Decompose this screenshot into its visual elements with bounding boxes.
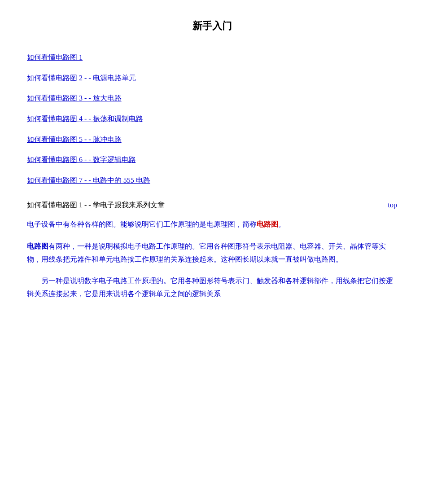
highlight-text: 电路图 — [257, 220, 278, 228]
nav-link-7[interactable]: 如何看懂电路图 7 - - 电路中的 555 电路 — [27, 176, 150, 184]
paragraph-3: 另一种是说明数字电子电路工作原理的。它用各种图形符号表示门、触发器和各种逻辑部件… — [27, 275, 397, 301]
page-title: 新手入门 — [27, 18, 397, 34]
nav-link-3[interactable]: 如何看懂电路图 3 - - 放大电路 — [27, 94, 122, 102]
list-item: 如何看懂电路图 3 - - 放大电路 — [27, 92, 397, 104]
nav-list: 如何看懂电路图 1 如何看懂电路图 2 - - 电源电路单元 如何看懂电路图 3… — [27, 52, 397, 186]
paragraph-2-rest: 有两种，一种是说明模拟电子电路工作原理的。它用各种图形符号表示电阻器、电容器、开… — [27, 242, 386, 263]
list-item: 如何看懂电路图 5 - - 脉冲电路 — [27, 134, 397, 145]
nav-link-5[interactable]: 如何看懂电路图 5 - - 脉冲电路 — [27, 136, 122, 143]
nav-link-1[interactable]: 如何看懂电路图 1 — [27, 53, 83, 61]
nav-link-4[interactable]: 如何看懂电路图 4 - - 振荡和调制电路 — [27, 115, 143, 123]
nav-link-2[interactable]: 如何看懂电路图 2 - - 电源电路单元 — [27, 74, 136, 82]
top-link[interactable]: top — [388, 199, 397, 211]
paragraph-1-text: 电子设备中有各种各样的图。能够说明它们工作原理的是电原理图，简称 — [27, 220, 257, 228]
list-item: 如何看懂电路图 6 - - 数字逻辑电路 — [27, 154, 397, 166]
list-item: 如何看懂电路图 1 — [27, 52, 397, 63]
paragraph-2: 电路图有两种，一种是说明模拟电子电路工作原理的。它用各种图形符号表示电阻器、电容… — [27, 240, 397, 266]
section-header-text: 如何看懂电路图 1 - - 学电子跟我来系列文章 — [27, 199, 165, 211]
list-item: 如何看懂电路图 7 - - 电路中的 555 电路 — [27, 175, 397, 186]
bold-term: 电路图 — [27, 242, 48, 250]
nav-link-6[interactable]: 如何看懂电路图 6 - - 数字逻辑电路 — [27, 156, 136, 163]
list-item: 如何看懂电路图 2 - - 电源电路单元 — [27, 72, 397, 84]
section-header: 如何看懂电路图 1 - - 学电子跟我来系列文章 top — [27, 199, 397, 211]
paragraph-1-end: 。 — [278, 220, 285, 228]
paragraph-1: 电子设备中有各种各样的图。能够说明它们工作原理的是电原理图，简称电路图。 — [27, 218, 397, 231]
list-item: 如何看懂电路图 4 - - 振荡和调制电路 — [27, 113, 397, 125]
paragraph-3-text: 另一种是说明数字电子电路工作原理的。它用各种图形符号表示门、触发器和各种逻辑部件… — [27, 277, 393, 298]
